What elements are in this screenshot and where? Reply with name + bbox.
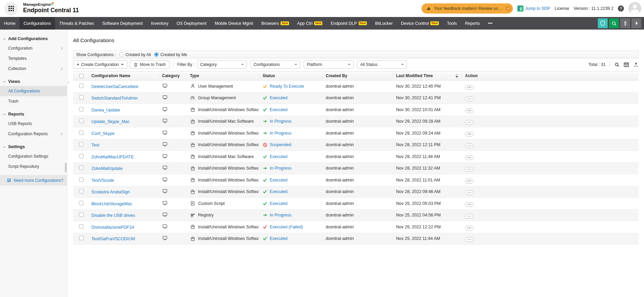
row-checkbox[interactable]	[79, 224, 84, 229]
nav-more[interactable]: •••	[484, 17, 497, 30]
nav-item-mobile-device-mgmt[interactable]: Mobile Device Mgmt	[211, 17, 257, 30]
col-last-modified-time[interactable]: Last Modified Time	[393, 71, 462, 80]
row-action-button[interactable]	[465, 190, 473, 195]
col-category[interactable]: Category	[159, 71, 186, 80]
row-checkbox[interactable]	[79, 201, 84, 205]
configuration-name-link[interactable]: ZohoMailMacUPDATE	[91, 155, 134, 159]
nav-item-os-deployment[interactable]: OS Deployment	[173, 17, 211, 30]
row-action-button[interactable]	[465, 97, 473, 101]
row-checkbox[interactable]	[79, 165, 84, 170]
configuration-name-link[interactable]: DisinstallazionePDF24	[91, 225, 134, 230]
row-checkbox[interactable]	[79, 189, 84, 193]
sidebar-item-collection[interactable]: Collection	[0, 64, 67, 74]
search-icon[interactable]	[609, 18, 619, 28]
row-action-button[interactable]	[465, 179, 473, 184]
row-checkbox[interactable]	[79, 154, 84, 158]
sidebar-item-all-configurations[interactable]: All Configurations	[0, 86, 67, 96]
row-action-button[interactable]	[465, 143, 473, 148]
status-link[interactable]: In Progress	[270, 166, 291, 171]
sidebar-item-configuration-settings[interactable]: Configuration Settings	[0, 151, 67, 161]
help-icon[interactable]: ?	[618, 5, 624, 12]
column-chooser-icon[interactable]	[624, 62, 629, 67]
configuration-name-link[interactable]: TestGiaFraVSCODIUM	[91, 237, 135, 241]
table-search-icon[interactable]	[614, 62, 620, 67]
row-checkbox[interactable]	[79, 107, 84, 111]
configuration-name-link[interactable]: Danea_Update	[91, 108, 120, 112]
export-icon[interactable]	[633, 62, 639, 67]
nav-item-reports[interactable]: Reports	[461, 17, 484, 30]
close-icon[interactable]: ×	[505, 6, 511, 11]
filter-dropdown-platform[interactable]: Platform	[304, 60, 354, 69]
feedback-banner[interactable]: Your feedback matters! Review us ... ×	[422, 3, 513, 14]
configuration-name-link[interactable]: TestVScode	[91, 178, 114, 183]
row-checkbox[interactable]	[79, 84, 84, 88]
sidebar-item-configuration[interactable]: Configuration	[0, 43, 67, 53]
sidebar-collapse-chevron[interactable]: ›	[68, 80, 69, 85]
nav-item-configurations[interactable]: Configurations	[19, 17, 55, 30]
status-link[interactable]: In Progress	[270, 213, 291, 217]
nav-item-device-control[interactable]: Device Control New	[397, 17, 443, 30]
select-all-checkbox[interactable]	[79, 74, 84, 78]
configuration-name-link[interactable]: Disable the USB drives	[91, 213, 135, 218]
move-to-trash-button[interactable]: Move to Trash	[130, 60, 169, 69]
jump-to-sdp-link[interactable]: Jump to SDP	[525, 6, 550, 11]
col-configuration-name[interactable]: Configuration Name	[88, 71, 159, 80]
nav-item-app-ctrl[interactable]: App Ctrl New	[293, 17, 327, 30]
filter-dropdown-category[interactable]: Category	[197, 60, 247, 69]
nav-item-software-deployment[interactable]: Software Deployment	[98, 17, 147, 30]
row-action-button[interactable]	[465, 237, 473, 242]
nav-item-bitlocker[interactable]: BitLocker	[371, 17, 397, 30]
configuration-name-link[interactable]: Scolastra ArubaSign	[91, 190, 130, 194]
row-action-button[interactable]	[465, 132, 473, 137]
status-link[interactable]: Executed	[270, 236, 287, 241]
app-launcher-button[interactable]	[4, 2, 18, 15]
jump-to-sdp[interactable]: Jump to SDP	[517, 5, 550, 12]
status-link[interactable]: Executed	[270, 95, 287, 100]
configuration-name-link[interactable]: ZohoMailUpdate	[91, 166, 123, 171]
need-more-configurations-link[interactable]: Need more Configurations?	[0, 175, 67, 186]
sidebar-item-configuration-reports[interactable]: Configuration Reports	[0, 129, 67, 139]
nav-item-endpoint-dlp[interactable]: Endpoint DLP New	[326, 17, 371, 30]
nav-item-home[interactable]: Home	[0, 17, 19, 30]
configuration-name-link[interactable]: SwitchStandardToAdmin	[91, 96, 138, 101]
col-type[interactable]: Type	[186, 71, 259, 80]
status-link[interactable]: In Progress	[270, 131, 291, 136]
status-link[interactable]: Executed	[270, 178, 287, 182]
sidebar-item-trash[interactable]: Trash	[0, 96, 67, 106]
user-avatar[interactable]	[628, 2, 641, 15]
sidebar-section-title[interactable]: Views	[0, 77, 67, 86]
sidebar-item-usb-reports[interactable]: USB Reports	[0, 119, 67, 129]
configuration-name-link[interactable]: Conf_Skype	[91, 131, 114, 136]
status-link[interactable]: Executed	[270, 107, 287, 112]
nav-item-threats-patches[interactable]: Threats & Patches	[55, 17, 98, 30]
row-action-button[interactable]	[465, 214, 473, 219]
row-action-button[interactable]	[465, 120, 473, 125]
radio-icon[interactable]	[119, 52, 124, 57]
row-checkbox[interactable]	[79, 177, 84, 182]
status-link[interactable]: Executed	[270, 201, 287, 206]
sidebar-scrollbar[interactable]	[65, 163, 67, 172]
row-action-button[interactable]	[465, 155, 473, 160]
filter-dropdown-configurations[interactable]: Configurations	[250, 60, 300, 69]
col-status[interactable]: Status	[259, 71, 322, 80]
status-link[interactable]: Ready To Execute	[270, 84, 304, 89]
sidebar-item-script-repository[interactable]: Script Repository	[0, 161, 67, 172]
status-link[interactable]: Suspended	[270, 142, 291, 147]
nav-item-inventory[interactable]: Inventory	[147, 17, 172, 30]
radio-checked-icon[interactable]	[154, 52, 159, 57]
sidebar-section-title[interactable]: Reports	[0, 110, 67, 119]
row-action-button[interactable]	[465, 226, 473, 230]
filter-dropdown-all-status[interactable]: All Status	[357, 60, 407, 69]
rocket-icon[interactable]	[620, 18, 630, 28]
license-link[interactable]: License	[555, 6, 569, 11]
status-link[interactable]: In Progress	[270, 119, 291, 124]
status-link[interactable]: Executed	[270, 189, 287, 194]
row-checkbox[interactable]	[79, 212, 84, 217]
sidebar-section-title[interactable]: Add Configurations	[0, 34, 67, 43]
configuration-name-link[interactable]: Update_Skype_Mac	[91, 119, 130, 124]
nav-item-browsers[interactable]: Browsers New	[257, 17, 293, 30]
row-checkbox[interactable]	[79, 130, 84, 135]
row-action-button[interactable]	[465, 167, 473, 172]
sidebar-item-templates[interactable]: Templates	[0, 53, 67, 64]
sort-icon[interactable]	[455, 74, 458, 78]
